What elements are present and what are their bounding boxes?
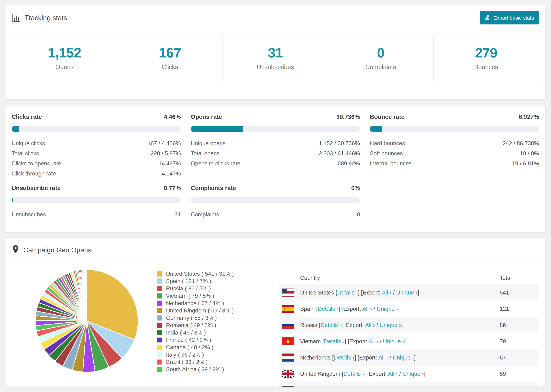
legend-item: United Kingdom ( 59 / 3% ) <box>157 307 234 314</box>
legend-swatch <box>157 271 162 277</box>
export-unique-link[interactable]: Unique › <box>380 322 401 328</box>
legend-item: Spain ( 121 / 7% ) <box>157 277 234 285</box>
stat-label: Opens <box>56 63 74 71</box>
rate-detail-label: Unique clicks <box>12 140 45 147</box>
rate-detail-label: Hard bounces <box>370 140 405 147</box>
bar-chart-icon <box>12 14 21 22</box>
rate-detail-value: 4.147% <box>162 170 181 177</box>
rate-panel-head: Opens rate 30.736% <box>191 113 360 120</box>
legend-label: Brazil ( 33 / 2% ) <box>166 359 208 365</box>
rate-detail-row: Internal bounces 19 / 6.81% <box>370 156 539 167</box>
export-all-link[interactable]: All › <box>362 306 372 312</box>
dotted-leader <box>64 165 156 165</box>
legend-item: France ( 42 / 2% ) <box>157 336 234 343</box>
rate-detail-label: Click through rate <box>12 170 56 177</box>
legend-swatch <box>157 352 162 357</box>
rate-detail-value: 242 / 86.738% <box>502 140 539 147</box>
rate-panel-value: 30.736% <box>336 113 360 120</box>
rate-panel: Clicks rate 4.46% Unique clicks 167 / 4.… <box>12 113 181 177</box>
rate-progress-bar <box>12 126 181 132</box>
rate-detail-label: Clicks to opens rate <box>12 161 61 167</box>
legend-label: Spain ( 121 / 7% ) <box>166 278 211 284</box>
legend-label: Germany ( 55 / 3% ) <box>166 315 217 321</box>
column-header-country: Country <box>279 275 500 281</box>
total-cell: 67 <box>500 354 539 361</box>
rate-detail-value: 220 / 5.87% <box>151 150 181 156</box>
rate-detail-row: Hard bounces 242 / 86.738% <box>370 136 539 147</box>
legend-label: Romania ( 49 / 3% ) <box>166 322 216 329</box>
country-cell: Russia [Details ›] [Export: All › / Uniq… <box>294 322 500 328</box>
rate-detail-label: Unsubscribes <box>12 211 46 217</box>
export-all-link[interactable]: All › <box>378 354 388 361</box>
rates-card: Clicks rate 4.46% Unique clicks 167 / 4.… <box>5 105 545 232</box>
export-all-link[interactable]: All › <box>388 371 398 377</box>
stat-value: 279 <box>475 45 497 61</box>
flag-us-icon <box>282 288 294 297</box>
legend-label: Russia ( 86 / 5% ) <box>166 285 211 292</box>
legend-swatch <box>157 337 162 343</box>
rate-detail-row: Unsubscribes 31 <box>12 207 181 217</box>
dashboard-page: { "theme": { "page_bg": "#f1f1f3", "acce… <box>0 0 551 392</box>
details-link[interactable]: Details › <box>337 289 358 296</box>
campaign-geo-opens-card: Campaign Geo Opens United States ( 541 /… <box>5 237 545 387</box>
export-unique-link[interactable]: Unique › <box>396 289 417 296</box>
rate-progress-bar <box>191 126 360 132</box>
export-all-link[interactable]: All › <box>382 289 391 296</box>
total-cell: 541 <box>500 289 539 296</box>
map-pin-icon <box>12 245 19 255</box>
dotted-leader <box>406 155 518 155</box>
rate-detail-label: Soft bounces <box>370 150 403 156</box>
export-all-link[interactable]: All › <box>365 322 375 328</box>
geo-table-header: Country Total <box>279 271 539 284</box>
rate-detail-value: 0 <box>357 211 360 217</box>
rate-detail-value: 167 / 4.456% <box>148 140 181 147</box>
geo-table-body: United States [Details ›] [Export: All ›… <box>279 284 539 387</box>
export-unique-link[interactable]: Unique › <box>383 338 404 344</box>
rate-detail-row: Soft bounces 18 / 0% <box>370 147 539 156</box>
dotted-leader <box>42 155 149 155</box>
legend-label: United Kingdom ( 59 / 3% ) <box>166 307 234 314</box>
legend-swatch <box>157 279 162 284</box>
rate-detail-row: Unique opens 1,152 / 30.736% <box>191 136 360 147</box>
rate-panel-rows: Unsubscribes 31 <box>12 207 181 217</box>
rate-panel: Bounce rate 6.927% Hard bounces 242 / 86… <box>370 113 539 177</box>
details-link[interactable]: Details › <box>320 322 341 328</box>
geo-table: Country Total United States [Details ›] … <box>279 271 539 387</box>
rate-detail-label: Internal bounces <box>370 161 411 167</box>
dotted-leader <box>414 165 510 165</box>
legend-swatch <box>157 345 162 350</box>
legend-item: Canada ( 40 / 2% ) <box>157 343 234 351</box>
legend-label: Netherlands ( 67 / 4% ) <box>166 300 224 307</box>
details-link[interactable]: Details › <box>318 306 339 312</box>
tracking-stats-header: Tracking stats Export basic stats <box>6 5 545 24</box>
details-link[interactable]: Details › <box>324 338 345 344</box>
legend-item: Romania ( 49 / 3% ) <box>157 322 234 329</box>
rate-detail-row: Total opens 2,303 / 61.446% <box>191 147 360 156</box>
country-cell: Netherlands [Details ›] [Export: All › /… <box>294 354 500 361</box>
export-unique-link[interactable]: Unique › <box>393 354 414 361</box>
country-cell: United States [Details ›] [Export: All ›… <box>294 289 500 296</box>
legend-swatch <box>157 359 162 365</box>
legend-swatch <box>157 286 162 291</box>
legend-swatch <box>157 322 162 328</box>
details-link[interactable]: Details › <box>343 371 364 377</box>
stat-value: 167 <box>159 45 181 61</box>
stat-label: Complaints <box>365 63 396 71</box>
flag-vn-icon <box>282 337 294 345</box>
geo-title-text: Campaign Geo Opens <box>23 246 91 254</box>
geo-header: Campaign Geo Opens <box>6 238 545 262</box>
export-unique-link[interactable]: Unique › <box>403 371 424 377</box>
country-cell: United Kingdom [Details ›] [Export: All … <box>294 371 500 377</box>
dotted-leader <box>222 216 355 216</box>
export-basic-stats-button[interactable]: Export basic stats <box>480 11 539 24</box>
stat-value: 0 <box>377 45 384 61</box>
details-link[interactable]: Details › <box>334 354 354 361</box>
export-unique-link[interactable]: Unique › <box>377 306 398 312</box>
dotted-leader <box>48 145 145 145</box>
legend-swatch <box>157 293 162 299</box>
rate-panel-rows: Unique opens 1,152 / 30.736% Total opens… <box>191 136 360 167</box>
rate-detail-label: Opens to clicks rate <box>191 161 240 167</box>
geo-pie-legend: United States ( 541 / 31% ) Spain ( 121 … <box>157 270 234 373</box>
export-all-link[interactable]: All › <box>368 338 378 344</box>
rate-detail-value: 689.82% <box>338 161 360 167</box>
